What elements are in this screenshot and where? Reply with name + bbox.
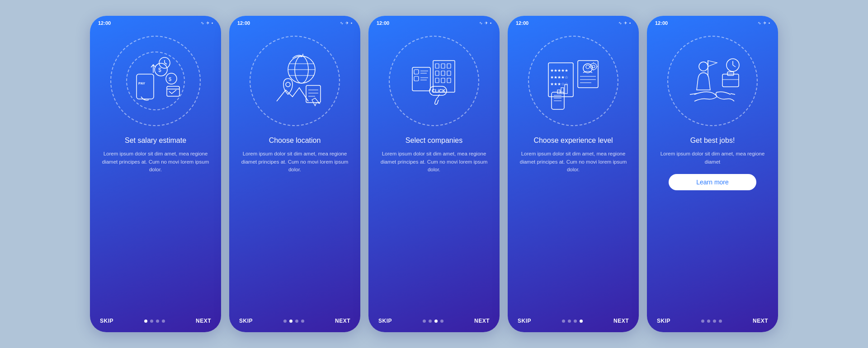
dot-4-1 (562, 320, 565, 323)
dot-2-2 (289, 320, 292, 323)
bottom-nav-3: SKIP NEXT (368, 313, 500, 332)
dot-3-3 (434, 320, 438, 323)
dashed-circle-large-5 (667, 36, 758, 126)
bottom-nav-4: SKIP NEXT (508, 313, 639, 332)
dot-1-2 (150, 320, 153, 323)
title-4: Choose experience level (533, 136, 613, 146)
status-time-5: 12:00 (655, 20, 668, 26)
dot-4-2 (568, 320, 571, 323)
signal-icon-4: ✈ (624, 21, 627, 25)
bottom-nav-2: SKIP NEXT (229, 313, 360, 332)
phones-container: 12:00 ∿ ✈ ▪ PAY $ $ (90, 16, 778, 332)
status-icons-5: ∿ ✈ ▪ (758, 21, 770, 25)
signal-icon-2: ✈ (345, 21, 349, 25)
dot-1-1 (144, 320, 147, 323)
title-1: Set salary estimate (125, 136, 186, 146)
dot-2-3 (295, 320, 298, 323)
dot-3-1 (423, 320, 426, 323)
content-1: Set salary estimate Lorem ipsum dolor si… (90, 136, 221, 313)
skip-btn-1[interactable]: SKIP (100, 318, 113, 324)
illustration-5 (663, 31, 762, 131)
status-time-3: 12:00 (377, 20, 389, 26)
skip-btn-3[interactable]: SKIP (378, 318, 392, 324)
status-time-1: 12:00 (98, 20, 111, 26)
desc-2: Lorem ipsum dolor sit dim amet, mea regi… (240, 150, 349, 174)
wifi-icon-3: ∿ (479, 21, 483, 25)
status-bar-1: 12:00 ∿ ✈ ▪ (90, 16, 221, 28)
next-btn-4[interactable]: NEXT (613, 318, 629, 324)
skip-btn-4[interactable]: SKIP (518, 318, 531, 324)
desc-4: Lorem ipsum dolor sit dim amet, mea regi… (519, 150, 628, 174)
next-btn-3[interactable]: NEXT (474, 318, 490, 324)
status-icons-4: ∿ ✈ ▪ (618, 21, 631, 25)
dashed-circle-large-3 (389, 36, 479, 126)
dot-3-4 (440, 320, 443, 323)
content-4: Choose experience level Lorem ipsum dolo… (508, 136, 639, 313)
next-btn-1[interactable]: NEXT (196, 318, 211, 324)
status-bar-3: 12:00 ∿ ✈ ▪ (368, 16, 500, 28)
dot-5-4 (719, 320, 722, 323)
bottom-nav-5: SKIP NEXT (647, 313, 778, 332)
dots-4 (562, 320, 583, 323)
dashed-circle-small-1 (126, 52, 185, 110)
phone-4: 12:00 ∿ ✈ ▪ ★★★★★ ★★★★☆ ★★★☆☆ (508, 16, 639, 332)
wifi-icon-1: ∿ (201, 21, 204, 25)
dashed-circle-large-4 (528, 36, 618, 126)
signal-icon-1: ✈ (206, 21, 210, 25)
dot-2-4 (301, 320, 304, 323)
dot-5-2 (707, 320, 710, 323)
desc-5: Lorem ipsum dolor sit dim amet, mea regi… (658, 150, 767, 166)
skip-btn-5[interactable]: SKIP (657, 318, 670, 324)
status-time-4: 12:00 (516, 20, 528, 26)
desc-1: Lorem ipsum dolor sit dim amet, mea regi… (101, 150, 210, 174)
dot-5-1 (701, 320, 704, 323)
dot-5-3 (713, 320, 716, 323)
title-5: Get best jobs! (690, 136, 735, 146)
signal-icon-3: ✈ (485, 21, 488, 25)
desc-3: Lorem ipsum dolor sit dim amet, mea regi… (379, 150, 489, 174)
dot-1-3 (156, 320, 159, 323)
illustration-2 (245, 31, 344, 131)
status-bar-4: 12:00 ∿ ✈ ▪ (508, 16, 639, 28)
status-icons-2: ∿ ✈ ▪ (340, 21, 352, 25)
status-bar-5: 12:00 ∿ ✈ ▪ (647, 16, 778, 28)
signal-icon-5: ✈ (763, 21, 767, 25)
content-3: Select companies Lorem ipsum dolor sit d… (368, 136, 500, 313)
battery-icon-5: ▪ (769, 21, 770, 25)
phone-3: 12:00 ∿ ✈ ▪ (368, 16, 500, 332)
content-5: Get best jobs! Lorem ipsum dolor sit dim… (647, 136, 778, 313)
wifi-icon-2: ∿ (340, 21, 344, 25)
battery-icon-3: ▪ (490, 21, 491, 25)
dots-5 (701, 320, 722, 323)
dots-1 (144, 320, 165, 323)
dot-1-4 (162, 320, 165, 323)
dot-4-3 (574, 320, 577, 323)
dots-2 (283, 320, 304, 323)
title-2: Choose location (269, 136, 321, 146)
dashed-circle-large-2 (250, 36, 340, 126)
bottom-nav-1: SKIP NEXT (90, 313, 221, 332)
wifi-icon-4: ∿ (618, 21, 622, 25)
dot-2-1 (283, 320, 287, 323)
content-2: Choose location Lorem ipsum dolor sit di… (229, 136, 360, 313)
title-3: Select companies (406, 136, 462, 146)
wifi-icon-5: ∿ (758, 21, 761, 25)
illustration-4: ★★★★★ ★★★★☆ ★★★☆☆ (524, 31, 623, 131)
next-btn-5[interactable]: NEXT (753, 318, 768, 324)
status-bar-2: 12:00 ∿ ✈ ▪ (229, 16, 360, 28)
battery-icon-1: ▪ (212, 21, 213, 25)
status-icons-3: ∿ ✈ ▪ (479, 21, 491, 25)
skip-btn-2[interactable]: SKIP (239, 318, 253, 324)
battery-icon-4: ▪ (629, 21, 631, 25)
dot-3-2 (429, 320, 432, 323)
illustration-3: CLiCK (384, 31, 484, 131)
phone-5: 12:00 ∿ ✈ ▪ (647, 16, 778, 332)
dot-4-4 (580, 320, 583, 323)
dots-3 (423, 320, 443, 323)
learn-more-button[interactable]: Learn more (669, 174, 756, 190)
status-time-2: 12:00 (237, 20, 250, 26)
phone-2: 12:00 ∿ ✈ ▪ (229, 16, 360, 332)
battery-icon-2: ▪ (351, 21, 352, 25)
status-icons-1: ∿ ✈ ▪ (201, 21, 213, 25)
next-btn-2[interactable]: NEXT (335, 318, 350, 324)
